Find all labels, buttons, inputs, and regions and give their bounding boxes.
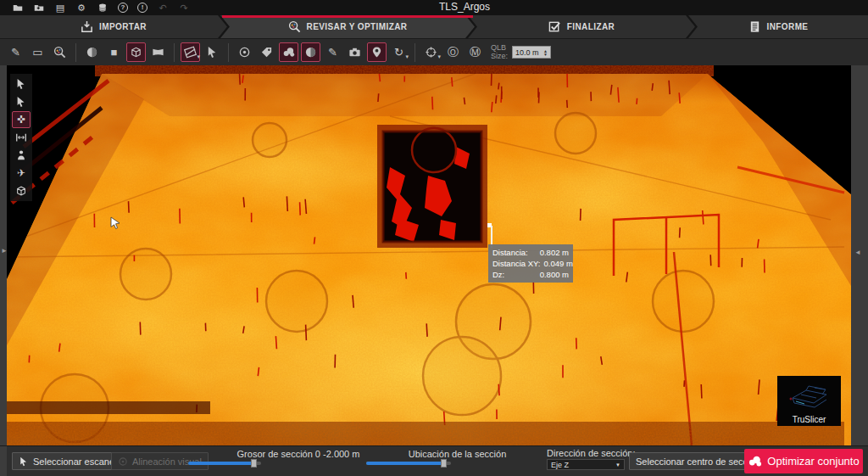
point-cloud-toggle[interactable] [279,42,298,62]
slice-icon [184,46,197,59]
station-origin-tool[interactable]: Ⓞ [443,42,463,62]
left-panel-strip[interactable]: ► [0,65,7,445]
database-icon[interactable] [97,2,108,14]
target-tool[interactable] [235,42,254,62]
scan-draw-tool[interactable]: ✎ [6,42,25,62]
orbit-cube-icon [15,185,27,197]
truslicer-label: TruSlicer [777,415,841,426]
fly-tool[interactable]: ✈ [12,165,31,182]
application-window: ▤ ⚙ ? ! ↶ ↷ TLS_Argos IMPORTAR REVISAR Y… [0,0,868,476]
examine-tool[interactable] [12,147,31,164]
zoom-window-tool[interactable] [50,42,70,62]
distance-label: Distancia: [492,247,528,258]
tab-informe[interactable]: INFORME [688,15,868,38]
save-project-icon[interactable] [33,2,45,14]
section-slice-tool[interactable]: ▾ [181,42,200,62]
pen-icon: ✎ [11,46,20,59]
scan-sphere-icon [304,46,317,59]
section-direction-group: Dirección de sección: Eje Z ▼ [547,448,625,470]
section-location-label: Ubicación de la sección [409,449,507,459]
redo-icon[interactable]: ↷ [178,2,190,14]
dropdown-caret-icon[interactable]: ▾ [197,53,200,60]
tag-icon [260,46,273,59]
cloud-icon [282,46,295,59]
cursor-sparkle-icon [15,96,27,108]
select-tool[interactable] [12,76,31,92]
pan-move-tool[interactable]: ✜ [12,111,31,128]
thickness-slider-handle[interactable] [251,459,257,468]
right-panel-strip[interactable]: ◄ [851,65,868,445]
window-title: TLS_Argos [439,1,490,13]
settings-gear-icon[interactable]: ⚙ [75,2,87,14]
rotate-icon: ↻ [394,46,403,59]
finalize-check-icon [548,20,561,33]
main-toolbar: ✎ ▭ ■ ▾ ✎ ↻▾ ▾ Ⓞ [0,38,868,65]
select-points-tool[interactable] [12,93,31,110]
camera-icon [348,46,361,59]
location-slider-handle[interactable] [441,459,447,468]
undo-icon[interactable]: ↶ [157,2,169,14]
qlb-size-stepper[interactable]: ▲▼ [543,49,548,56]
help-icon[interactable]: ? [118,3,128,13]
orbit-tool[interactable] [12,182,31,199]
station-pin-toggle[interactable] [367,42,387,62]
pano-view-mode[interactable] [148,42,168,62]
cursor-icon [15,78,27,90]
qlb-size-input[interactable]: 10.0 m ▲▼ [512,46,551,59]
mouse-cursor [110,216,122,230]
sphere-icon [86,46,98,59]
chevron-down-icon: ▼ [615,462,620,468]
dropdown-caret-icon[interactable]: ▾ [437,53,441,60]
point-cloud-canvas[interactable] [0,65,868,445]
tab-label: FINALIZAR [567,22,615,31]
section-thickness-slider[interactable] [188,462,261,465]
pick-point-tool[interactable] [203,42,222,62]
station-marker-tool[interactable]: Ⓜ [465,42,485,62]
tab-finalizar[interactable]: FINALIZAR [468,15,695,38]
info-icon[interactable]: ! [137,3,147,13]
scan-sphere-toggle[interactable] [301,42,320,62]
move-icon: ✜ [17,114,25,126]
report-icon [748,20,761,33]
line-measure-tool[interactable]: ✎ [323,42,342,62]
plane-icon: ✈ [17,167,25,179]
solid-render-mode[interactable]: ■ [104,42,124,62]
cursor-icon [19,456,29,467]
station-sphere-view[interactable] [82,42,102,62]
snapshot-tool[interactable] [345,42,364,62]
fit-window-tool[interactable]: ▭ [28,42,47,62]
window-icon: ▭ [32,46,42,59]
dropdown-caret-icon[interactable]: ▾ [405,53,409,60]
workflow-tab-bar: IMPORTAR REVISAR Y OPTIMIZAR FINALIZAR I… [0,15,868,38]
truslicer-panel[interactable]: TruSlicer [777,376,841,426]
station-rotate-tool[interactable]: ↻▾ [389,42,409,62]
truslicer-thumbnail[interactable] [777,376,841,415]
journal-icon[interactable]: ▤ [54,2,66,14]
optimize-registration-button[interactable]: Optimizar conjunto [744,449,863,473]
cube-icon [130,46,142,59]
station-o-icon: Ⓞ [448,45,459,60]
cursor-icon [206,46,219,59]
left-panel-expand-icon[interactable]: ► [1,247,8,255]
limit-box-mode[interactable] [126,42,146,62]
cloud-gear-icon [748,454,762,468]
viewport-3d[interactable]: ► ◄ ✜ ✈ Distancia:0.802 m Distancia XY:0… [0,65,868,445]
distance-value: 0.802 m [540,247,569,258]
line-icon: ✎ [328,46,337,59]
qlb-size-label: QLB Size: [491,44,508,61]
label-tag-tool[interactable] [257,42,276,62]
tab-importar[interactable]: IMPORTAR [0,15,227,38]
right-panel-expand-icon[interactable]: ◄ [854,249,861,256]
direction-value: Eje Z [551,461,569,469]
measure-distance-tool[interactable] [12,129,31,146]
section-direction-select[interactable]: Eje Z ▼ [547,459,625,470]
open-project-icon[interactable] [12,2,24,14]
pano-icon [152,46,164,59]
review-optimize-icon [288,20,301,33]
tab-label: IMPORTAR [99,22,147,31]
tab-revisar-y-optimizar[interactable]: REVISAR Y OPTIMIZAR [220,15,475,38]
distance-xy-value: 0.049 m [544,258,573,269]
section-location-slider[interactable] [366,462,451,465]
station-view-selector[interactable]: ▾ [421,42,441,62]
title-bar: ▤ ⚙ ? ! ↶ ↷ TLS_Argos [0,0,868,15]
